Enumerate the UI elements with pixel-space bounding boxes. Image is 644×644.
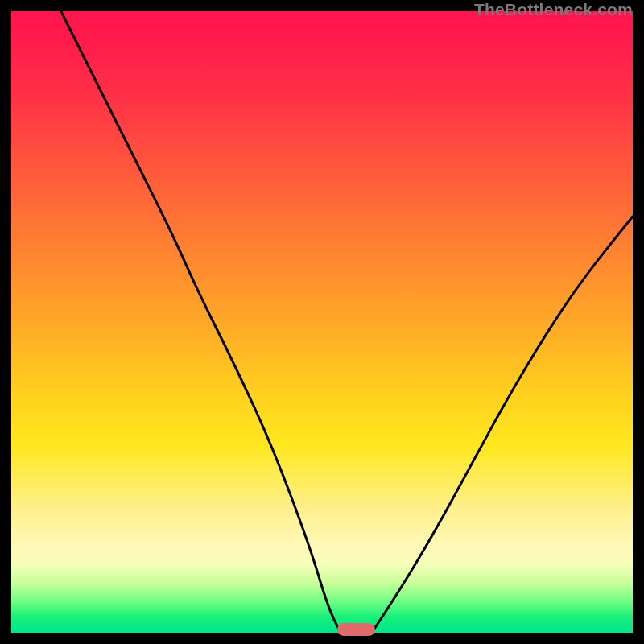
optimal-marker	[337, 623, 374, 636]
bottleneck-curve	[11, 11, 633, 633]
watermark: TheBottleneck.com	[474, 0, 633, 19]
chart-frame: TheBottleneck.com	[0, 0, 644, 644]
